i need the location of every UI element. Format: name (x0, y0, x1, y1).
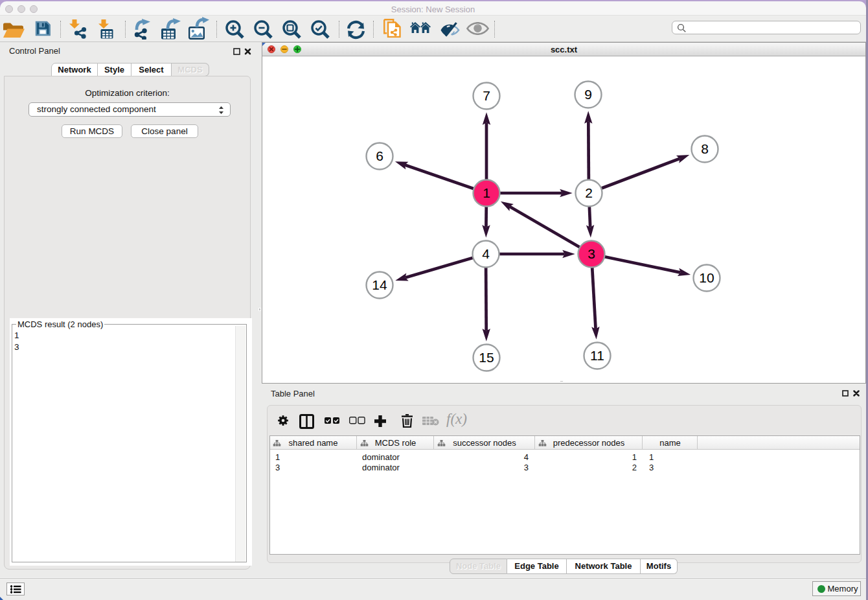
svg-text:7: 7 (483, 88, 490, 103)
svg-text:11: 11 (590, 348, 604, 363)
svg-text:8: 8 (701, 141, 709, 156)
svg-text:15: 15 (479, 350, 494, 365)
svg-text:9: 9 (584, 87, 592, 102)
svg-text:10: 10 (699, 270, 714, 285)
svg-text:14: 14 (372, 277, 387, 292)
svg-text:2: 2 (585, 185, 593, 200)
svg-text:3: 3 (588, 246, 595, 261)
svg-text:4: 4 (482, 246, 490, 261)
svg-text:1: 1 (483, 185, 490, 200)
svg-text:6: 6 (376, 148, 383, 163)
